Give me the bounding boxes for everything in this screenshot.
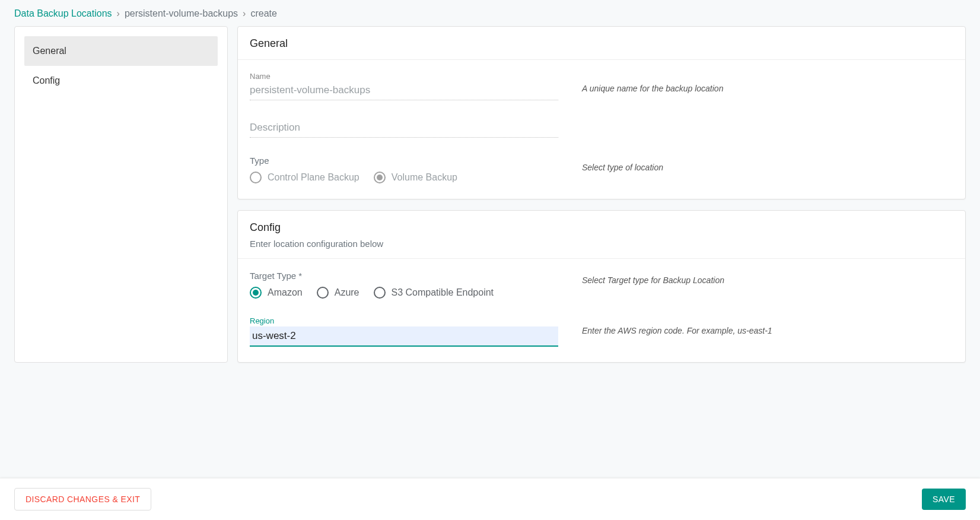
card-title: Config [250,221,953,234]
chevron-right-icon: › [243,8,246,19]
main-content: General Name persistent-volume-backups A… [237,26,966,363]
radio-icon [250,287,262,299]
region-hint: Enter the AWS region code. For example, … [582,316,953,335]
radio-label: Volume Backup [392,172,457,183]
card-header: Config Enter location configuration belo… [238,211,965,259]
type-radio-group: Control Plane Backup Volume Backup [250,172,558,183]
card-title: General [250,37,953,50]
save-button[interactable]: SAVE [922,489,966,510]
radio-control-plane: Control Plane Backup [250,172,359,183]
target-type-label: Target Type * [250,271,558,281]
sidebar: General Config [14,26,228,363]
radio-icon [374,287,386,299]
type-hint: Select type of location [582,156,953,172]
name-value: persistent-volume-backups [250,82,558,100]
radio-azure[interactable]: Azure [317,287,359,299]
name-field: Name persistent-volume-backups [250,72,558,100]
radio-label: S3 Compatible Endpoint [392,287,494,298]
card-header: General [238,27,965,60]
sidebar-item-general[interactable]: General [24,36,218,66]
type-label: Type [250,156,558,166]
name-label: Name [250,72,558,81]
sidebar-item-label: Config [33,75,60,85]
radio-label: Amazon [268,287,303,298]
breadcrumb-mid: persistent-volume-backups [125,8,238,19]
radio-s3-compatible[interactable]: S3 Compatible Endpoint [374,287,494,299]
radio-icon [374,172,386,183]
sidebar-item-label: General [33,46,66,56]
radio-volume: Volume Backup [374,172,457,183]
region-label: Region [250,316,558,325]
sidebar-item-config[interactable]: Config [24,66,218,96]
radio-icon [250,172,262,183]
card-config: Config Enter location configuration belo… [237,210,966,363]
name-hint: A unique name for the backup location [582,72,953,93]
breadcrumb: Data Backup Locations › persistent-volum… [0,0,980,26]
breadcrumb-last: create [250,8,276,19]
radio-label: Azure [335,287,359,298]
target-type-radio-group: Amazon Azure S3 Compatible Endpoint [250,287,558,299]
breadcrumb-root[interactable]: Data Backup Locations [14,8,112,19]
target-type-hint: Select Target type for Backup Location [582,271,953,285]
card-general: General Name persistent-volume-backups A… [237,26,966,199]
discard-button[interactable]: DISCARD CHANGES & EXIT [14,488,151,511]
footer-bar: DISCARD CHANGES & EXIT SAVE [0,478,980,520]
radio-icon [317,287,329,299]
card-subtitle: Enter location configuration below [250,239,953,249]
region-input[interactable] [250,326,558,347]
chevron-right-icon: › [117,8,120,19]
radio-amazon[interactable]: Amazon [250,287,303,299]
description-input[interactable] [250,118,558,138]
radio-label: Control Plane Backup [268,172,359,183]
